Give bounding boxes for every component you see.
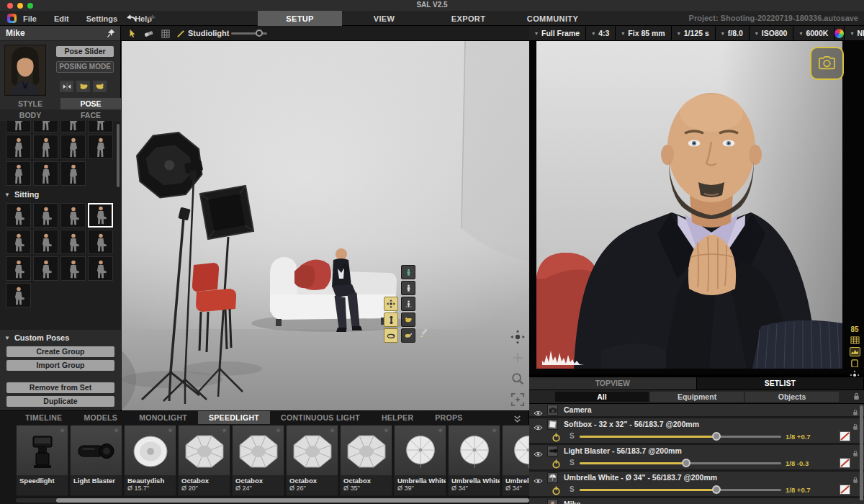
pose-thumbnail-sitting-0-0[interactable] — [6, 203, 31, 228]
equipment-tab-monolight[interactable]: MONOLIGHT — [128, 411, 198, 424]
equipment-card-9[interactable]: ★Umbrella WhiteØ 34" — [502, 425, 529, 496]
pose-thumbnail-sitting-2-3[interactable] — [88, 256, 113, 281]
pose-thumbnail-sitting-0-3[interactable] — [88, 203, 113, 228]
grid-tool-icon[interactable] — [159, 27, 171, 40]
intensity-slider[interactable] — [580, 489, 781, 491]
move-model-button[interactable] — [401, 297, 415, 311]
pose-thumbnail-standing-1-0[interactable] — [6, 135, 31, 159]
posing-mode-button[interactable]: POSING MODE — [56, 61, 114, 73]
tab-topview[interactable]: TOPVIEW — [529, 377, 697, 390]
equipment-scrollbar-thumb[interactable] — [56, 498, 529, 503]
main-tab-community[interactable]: COMMUNITY — [510, 11, 595, 26]
tab-pose[interactable]: POSE — [60, 98, 121, 109]
equipment-tab-props[interactable]: PROPS — [424, 411, 473, 424]
pose-thumbnail-sitting-2-2[interactable] — [60, 256, 86, 281]
pose-thumbnail-standing-2-1[interactable] — [33, 161, 58, 186]
main-tab-view[interactable]: VIEW — [342, 11, 426, 26]
slider-knob[interactable] — [712, 485, 721, 494]
equipment-scrollbar-track[interactable] — [16, 498, 529, 503]
main-tab-setup[interactable]: SETUP — [258, 11, 342, 26]
pose-thumbnail-standing-0-3[interactable] — [88, 121, 113, 132]
equipment-tab-models[interactable]: MODELS — [73, 411, 128, 424]
menu-edit[interactable]: Edit — [54, 14, 69, 23]
model-options-button[interactable] — [401, 265, 415, 279]
hand-pose-left-icon[interactable] — [76, 80, 91, 93]
camera-dropdown-4[interactable]: ▾f/8.0 — [716, 26, 750, 40]
tab-setlist[interactable]: SETLIST — [697, 377, 864, 390]
camera-preview[interactable]: 85 — [529, 41, 864, 374]
pin-icon[interactable] — [106, 28, 116, 38]
pose-thumbnail-sitting-1-1[interactable] — [33, 230, 58, 254]
studiolight-slider[interactable] — [231, 32, 267, 35]
undo-button[interactable] — [124, 13, 138, 23]
setlist-row-0[interactable]: Camera — [529, 404, 864, 416]
equipment-card-3[interactable]: ★OctaboxØ 20" — [178, 425, 230, 496]
setlist-row-4[interactable]: Mike — [529, 498, 864, 504]
equipment-card-5[interactable]: ★OctaboxØ 26" — [286, 425, 338, 496]
zoom-icon[interactable] — [509, 370, 526, 387]
slider-knob[interactable] — [712, 432, 721, 441]
move-gizmo-button[interactable] — [384, 297, 398, 311]
favorite-star-icon[interactable]: ★ — [383, 426, 390, 434]
pose-thumbnail-standing-1-3[interactable] — [88, 135, 113, 159]
white-balance-color-icon[interactable] — [834, 26, 845, 40]
pose-thumbnail-sitting-1-2[interactable] — [60, 230, 86, 254]
hand-pose-right-icon[interactable] — [92, 80, 107, 93]
filter-objects[interactable]: Objects — [745, 392, 839, 402]
button-import-group[interactable]: Import Group — [6, 360, 114, 371]
setlist-row-1[interactable]: Softbox - 32 x 32" - 56/183.7 @200mmS1/8… — [529, 418, 864, 443]
pan-icon[interactable] — [509, 349, 526, 366]
favorite-star-icon[interactable]: ★ — [221, 426, 228, 434]
pose-thumbnail-standing-1-1[interactable] — [33, 135, 58, 159]
favorite-star-icon[interactable]: ★ — [113, 426, 120, 434]
nd-filter-dropdown[interactable]: ▾ND 0 — [845, 26, 864, 40]
setlist-row-header[interactable]: Softbox - 32 x 32" - 56/183.7 @200mm — [529, 418, 864, 431]
favorite-star-icon[interactable]: ★ — [59, 426, 66, 434]
pose-thumbnail-sitting-0-2[interactable] — [60, 203, 86, 228]
equipment-tab-speedlight[interactable]: SPEEDLIGHT — [198, 411, 270, 424]
favorite-star-icon[interactable]: ★ — [329, 426, 336, 434]
button-remove-from-set[interactable]: Remove from Set — [6, 382, 114, 393]
equipment-card-8[interactable]: ★Umbrella WhiteØ 34" — [448, 425, 500, 496]
orbit-icon[interactable] — [509, 328, 526, 346]
camera-dropdown-0[interactable]: ▾Full Frame — [529, 26, 586, 40]
pose-scrollbar[interactable] — [117, 124, 120, 187]
camera-dropdown-3[interactable]: ▾1/125 s — [672, 26, 716, 40]
hand-edit-button[interactable] — [401, 328, 415, 343]
gel-swatch-icon[interactable] — [840, 458, 850, 468]
setlist-row-2[interactable]: Light Blaster - 56/183.7 @200mmS1/8 -0.3 — [529, 445, 864, 469]
pose-thumbnail-standing-0-0[interactable] — [6, 121, 31, 132]
slider-knob[interactable] — [682, 459, 690, 467]
gel-swatch-icon[interactable] — [840, 485, 850, 495]
pose-thumbnail-sitting-1-3[interactable] — [88, 230, 113, 254]
select-tool-icon[interactable] — [126, 27, 138, 40]
favorite-star-icon[interactable]: ★ — [167, 426, 174, 434]
main-tab-export[interactable]: EXPORT — [426, 11, 510, 26]
favorite-star-icon[interactable]: ★ — [275, 426, 282, 434]
eye-icon[interactable] — [534, 447, 543, 454]
pose-thumbnail-standing-2-2[interactable] — [60, 161, 86, 186]
menu-settings[interactable]: Settings — [86, 14, 117, 23]
camera-dropdown-2[interactable]: ▾Fix 85 mm — [616, 26, 671, 40]
equipment-tab-continuous-light[interactable]: CONTINUOUS LIGHT — [270, 411, 371, 424]
pencil-icon[interactable] — [417, 325, 431, 340]
grid-overlay-icon[interactable] — [850, 336, 860, 345]
pose-thumbnail-sitting-0-1[interactable] — [33, 203, 58, 228]
equipment-card-2[interactable]: ★BeautydishØ 15.7" — [124, 425, 176, 496]
intensity-slider[interactable] — [580, 436, 781, 438]
lock-all-icon[interactable] — [853, 390, 860, 403]
power-icon[interactable] — [552, 432, 561, 441]
collapse-panel-icon[interactable] — [513, 413, 523, 423]
intensity-slider[interactable] — [580, 462, 781, 464]
tab-style[interactable]: STYLE — [0, 98, 60, 109]
equipment-card-0[interactable]: ★Speedlight — [16, 425, 68, 496]
studiolight-knob[interactable] — [256, 30, 263, 37]
lock-icon[interactable] — [852, 500, 858, 504]
hand-pose-button[interactable] — [401, 312, 415, 327]
setlist-row-3[interactable]: Umbrella White - Ø 34" - 56/183.7 @200mm… — [529, 472, 864, 496]
custom-poses-header[interactable]: ▼ Custom Poses — [4, 331, 121, 344]
tab-face[interactable]: FACE — [60, 109, 121, 121]
histogram-toggle-icon[interactable] — [850, 347, 860, 356]
setlist-row-header[interactable]: Mike — [529, 498, 864, 504]
eye-icon[interactable] — [534, 420, 543, 428]
